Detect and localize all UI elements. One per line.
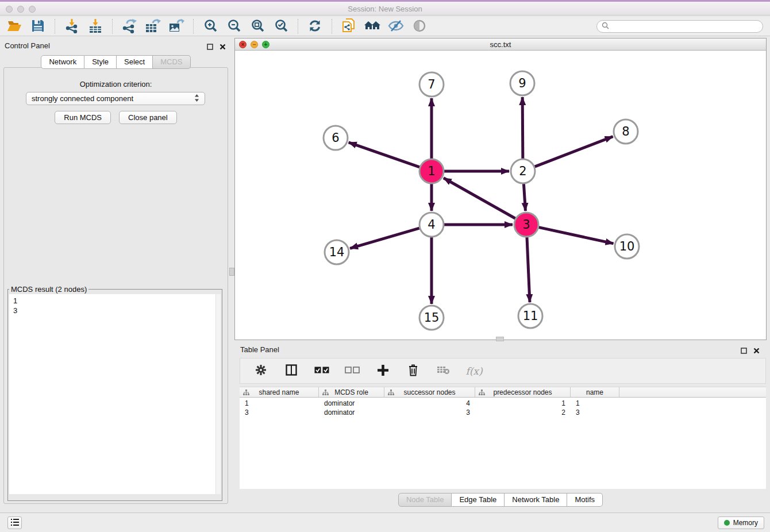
graph-edge-3-11[interactable] bbox=[527, 237, 530, 302]
zoom-fit-button[interactable] bbox=[248, 18, 267, 34]
tab-node-table[interactable]: Node Table bbox=[398, 493, 452, 507]
graph-node-label: 10 bbox=[619, 240, 635, 253]
app-window: { "window": { "title": "Session: New Ses… bbox=[0, 0, 770, 532]
import-network-button[interactable] bbox=[62, 18, 82, 34]
delete-column-button[interactable] bbox=[403, 363, 423, 379]
graph-node-label: 8 bbox=[622, 125, 629, 138]
network-maximize-button[interactable]: + bbox=[262, 41, 270, 48]
houses-button[interactable] bbox=[363, 18, 382, 34]
export-network-icon bbox=[121, 18, 137, 35]
graph-edge-2-8[interactable] bbox=[535, 137, 613, 167]
toolbar-separator bbox=[332, 19, 332, 34]
table-panel-title: Table Panel bbox=[240, 345, 279, 354]
select-all-button[interactable] bbox=[312, 363, 332, 379]
table-settings-button[interactable] bbox=[251, 363, 271, 379]
tab-edge-table[interactable]: Edge Table bbox=[452, 493, 505, 507]
save-session-button[interactable] bbox=[28, 18, 48, 34]
toolbar-separator bbox=[298, 19, 298, 34]
mcds-result-title: MCDS result (2 nodes) bbox=[9, 285, 88, 294]
export-network-button[interactable] bbox=[120, 18, 139, 34]
mcds-result-box: MCDS result (2 nodes) 1 3 bbox=[7, 285, 222, 501]
status-bar: Memory bbox=[0, 512, 770, 532]
control-panel-title: Control Panel bbox=[5, 41, 50, 50]
add-column-button[interactable] bbox=[373, 363, 392, 379]
float-panel-icon[interactable] bbox=[741, 346, 747, 356]
horizontal-splitter-handle[interactable] bbox=[496, 337, 504, 341]
function-builder-button[interactable]: f(x) bbox=[464, 363, 484, 379]
network-minimize-button[interactable]: – bbox=[251, 41, 258, 48]
run-mcds-button[interactable]: Run MCDS bbox=[55, 111, 111, 124]
optimization-criterion-select[interactable]: strongly connected component bbox=[26, 92, 205, 105]
delete-table-button[interactable] bbox=[434, 363, 453, 379]
tab-motifs[interactable]: Motifs bbox=[567, 493, 603, 507]
duplicate-network-button[interactable] bbox=[339, 18, 359, 34]
zoom-selected-button[interactable] bbox=[271, 18, 291, 34]
toolbar-separator bbox=[55, 19, 55, 34]
open-folder-icon bbox=[7, 19, 22, 34]
search-input[interactable] bbox=[612, 22, 758, 30]
float-panel-icon[interactable] bbox=[207, 42, 213, 52]
table-row[interactable]: 3dominator323 bbox=[240, 408, 766, 417]
close-panel-icon[interactable] bbox=[753, 346, 760, 356]
vertical-splitter-handle[interactable] bbox=[229, 268, 234, 276]
graph-node-label: 11 bbox=[523, 309, 538, 323]
export-image-icon bbox=[168, 18, 184, 35]
graph-edge-2-3[interactable] bbox=[523, 184, 525, 211]
show-panels-button[interactable] bbox=[7, 516, 22, 529]
zoom-in-button[interactable] bbox=[201, 18, 220, 34]
hide-details-button[interactable] bbox=[386, 18, 406, 34]
import-table-button[interactable] bbox=[86, 18, 105, 34]
refresh-icon bbox=[308, 19, 322, 34]
column-header-successor-nodes[interactable]: successor nodes bbox=[384, 387, 475, 397]
result-scrollbar[interactable] bbox=[215, 294, 221, 494]
search-field[interactable] bbox=[596, 20, 763, 33]
column-header-predecessor-nodes[interactable]: predecessor nodes bbox=[475, 387, 571, 397]
column-header-name[interactable]: name bbox=[571, 387, 619, 397]
optimization-criterion-label: Optimization criterion: bbox=[4, 68, 228, 88]
hierarchy-icon bbox=[479, 390, 485, 396]
export-image-button[interactable] bbox=[167, 18, 186, 34]
graph-edge-3-10[interactable] bbox=[538, 228, 613, 244]
function-icon: f(x) bbox=[465, 365, 482, 377]
table-header-row: shared nameMCDS rolesuccessor nodesprede… bbox=[240, 387, 766, 398]
app-title: Session: New Session bbox=[0, 5, 770, 13]
graph-node-label: 15 bbox=[424, 311, 440, 325]
list-icon bbox=[10, 518, 20, 528]
preview-button[interactable] bbox=[410, 18, 429, 34]
app-titlebar: Session: New Session bbox=[0, 0, 770, 16]
tab-style[interactable]: Style bbox=[84, 55, 117, 69]
eye-slash-icon bbox=[388, 20, 404, 34]
tab-select[interactable]: Select bbox=[117, 55, 153, 69]
memory-label: Memory bbox=[733, 519, 758, 527]
export-table-button[interactable] bbox=[143, 18, 163, 34]
node-table: shared nameMCDS rolesuccessor nodesprede… bbox=[240, 387, 766, 489]
zoom-out-button[interactable] bbox=[224, 18, 244, 34]
graph-edge-4-14[interactable] bbox=[350, 228, 419, 248]
columns-icon bbox=[286, 364, 297, 377]
plus-icon bbox=[377, 364, 389, 378]
network-window-titlebar[interactable]: × – + scc.txt bbox=[235, 38, 766, 51]
refresh-button[interactable] bbox=[305, 18, 325, 34]
table-tabs: Node TableEdge TableNetwork TableMotifs bbox=[398, 493, 603, 507]
close-panel-icon[interactable] bbox=[220, 42, 226, 52]
show-columns-button[interactable] bbox=[282, 363, 301, 379]
tab-network-table[interactable]: Network Table bbox=[505, 493, 567, 507]
graph-edge-1-6[interactable] bbox=[349, 142, 420, 167]
table-row[interactable]: 1dominator411 bbox=[240, 399, 766, 408]
graph-node-label: 2 bbox=[519, 164, 526, 178]
column-header-MCDS-role[interactable]: MCDS role bbox=[319, 387, 384, 397]
graph-node-label: 3 bbox=[522, 218, 530, 232]
deselect-all-button[interactable] bbox=[342, 363, 362, 379]
memory-button[interactable]: Memory bbox=[718, 516, 764, 529]
tab-mcds[interactable]: MCDS bbox=[153, 55, 190, 69]
graph-edge-2-9[interactable] bbox=[522, 97, 523, 159]
network-canvas-svg[interactable]: 7968124314101511 bbox=[236, 51, 767, 340]
tab-network[interactable]: Network bbox=[41, 55, 84, 69]
network-view-window: × – + scc.txt 7968124314101511 bbox=[234, 38, 767, 340]
column-header-shared-name[interactable]: shared name bbox=[240, 387, 319, 397]
graph-edge-3-1[interactable] bbox=[444, 178, 515, 218]
network-close-button[interactable]: × bbox=[239, 41, 247, 48]
open-session-button[interactable] bbox=[5, 18, 24, 34]
close-panel-button[interactable]: Close panel bbox=[119, 111, 177, 124]
graph-node-label: 7 bbox=[428, 78, 435, 91]
